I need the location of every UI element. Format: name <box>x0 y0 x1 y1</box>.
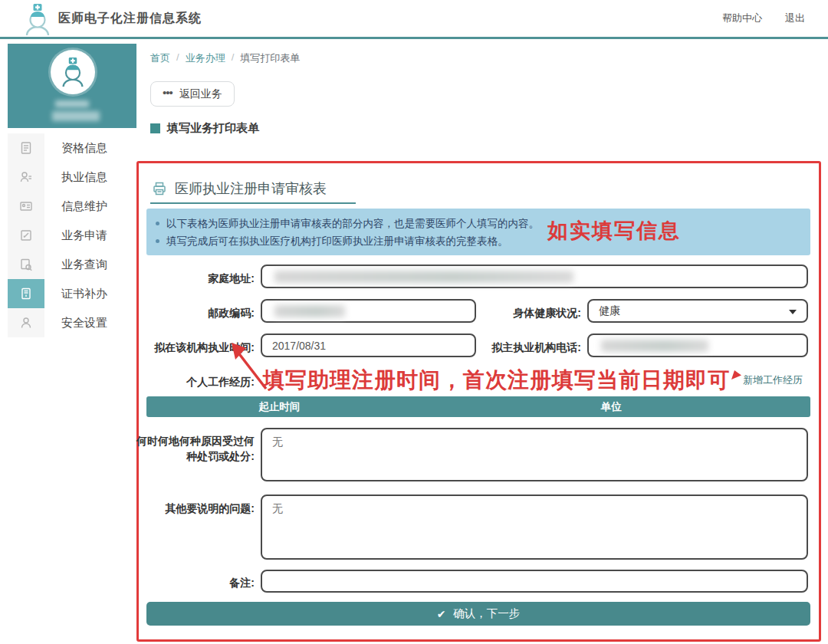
document-icon <box>19 141 33 155</box>
other-notes-label: 其他要说明的问题: <box>142 501 255 516</box>
remark-label: 备注: <box>142 575 255 590</box>
app-root: 医师电子化注册信息系统 帮助中心 退出 资格信息 执业信息 <box>0 0 828 644</box>
health-status-select[interactable]: 健康 <box>587 299 808 323</box>
search-doc-icon <box>19 258 33 271</box>
check-icon: ✔ <box>437 608 446 620</box>
section-square-icon <box>150 123 160 133</box>
app-logo-icon <box>21 2 54 36</box>
breadcrumb-home[interactable]: 首页 <box>150 51 170 65</box>
info-note: 以下表格为医师执业注册申请审核表的部分内容，也是需要医师个人填写的内容。 <box>166 217 539 231</box>
sidebar-item-label: 业务申请 <box>44 228 107 243</box>
chevron-down-icon <box>789 310 797 314</box>
practice-date-input[interactable] <box>261 334 476 357</box>
app-header: 医师电子化注册信息系统 帮助中心 退出 <box>0 0 828 37</box>
sidebar-item-certificate-reissue[interactable]: 证书补办 <box>8 279 136 308</box>
annotation-fill-truthfully: 如实填写信息 <box>547 217 681 245</box>
breadcrumb-separator: / <box>232 51 235 65</box>
org-phone-input[interactable] <box>587 334 808 357</box>
column-header-period: 起止时间 <box>146 400 412 414</box>
certificate-icon <box>19 287 33 301</box>
ellipsis-icon: ••• <box>163 87 172 98</box>
sidebar-item-label: 安全设置 <box>44 316 107 330</box>
health-status-label: 身体健康状况: <box>468 305 581 320</box>
return-business-button[interactable]: ••• 返回业务 <box>150 81 235 107</box>
health-status-value: 健康 <box>599 304 620 318</box>
home-address-input[interactable] <box>261 264 808 288</box>
postal-code-label: 邮政编码: <box>142 305 255 320</box>
breadcrumb-business[interactable]: 业务办理 <box>186 51 225 65</box>
home-address-label: 家庭地址: <box>142 271 255 286</box>
page-title: 填写业务打印表单 <box>150 121 259 136</box>
info-note: 填写完成后可在拟执业医疗机构打印医师执业注册申请审核表的完整表格。 <box>166 235 508 248</box>
help-center-link[interactable]: 帮助中心 <box>722 12 762 25</box>
form-title: 医师执业注册申请审核表 <box>175 179 327 198</box>
header-links: 帮助中心 退出 <box>722 12 805 25</box>
bullet-icon <box>156 222 159 225</box>
info-box: 以下表格为医师执业注册申请审核表的部分内容，也是需要医师个人填写的内容。 填写完… <box>146 209 810 255</box>
annotation-date-hint: 填写助理注册时间，首次注册填写当前日期即可 <box>263 366 730 395</box>
remark-input[interactable] <box>261 570 808 593</box>
sidebar-item-label: 资格信息 <box>44 141 107 156</box>
form-title-underline <box>150 202 356 204</box>
work-history-table-header: 起止时间 单位 <box>146 396 810 417</box>
app-title: 医师电子化注册信息系统 <box>58 11 202 27</box>
sidebar-item-qualification-info[interactable]: 资格信息 <box>8 133 136 163</box>
sidebar-item-label: 信息维护 <box>44 199 107 214</box>
postal-code-input[interactable] <box>261 299 476 323</box>
punishment-textarea[interactable]: 无 <box>261 428 808 481</box>
avatar <box>51 50 95 94</box>
sidebar-item-label: 执业信息 <box>44 170 107 185</box>
redacted-value <box>601 340 708 352</box>
sidebar-menu: 资格信息 执业信息 信息维护 业务申请 业务查询 证书补办 安全设置 <box>8 133 136 337</box>
sidebar-item-business-query[interactable]: 业务查询 <box>8 250 136 279</box>
other-notes-textarea[interactable]: 无 <box>261 495 808 560</box>
bullet-icon <box>156 239 159 243</box>
edit-form-icon <box>19 228 33 242</box>
breadcrumb-current: 填写打印表单 <box>240 51 300 65</box>
sidebar-item-practice-info[interactable]: 执业信息 <box>8 163 136 192</box>
form-title-row: 医师执业注册申请审核表 <box>152 179 327 198</box>
header-divider <box>0 37 828 39</box>
user-icon <box>19 316 33 330</box>
printer-icon <box>152 181 167 196</box>
annotation-arrow-tip-icon <box>731 370 742 383</box>
sidebar-item-label: 证书补办 <box>44 287 107 301</box>
breadcrumb-separator: / <box>176 51 179 65</box>
person-search-icon <box>19 170 33 184</box>
sidebar-item-security-settings[interactable]: 安全设置 <box>8 308 136 337</box>
logout-link[interactable]: 退出 <box>785 12 805 25</box>
profile-panel <box>8 44 136 128</box>
sidebar-item-business-application[interactable]: 业务申请 <box>8 221 136 250</box>
redacted-value <box>274 271 573 283</box>
sidebar-item-info-maintenance[interactable]: 信息维护 <box>8 192 136 221</box>
confirm-next-button[interactable]: ✔ 确认，下一步 <box>146 602 810 626</box>
annotation-arrow-icon <box>228 341 272 396</box>
user-name-redacted <box>55 100 89 107</box>
column-header-unit: 单位 <box>412 400 810 414</box>
add-work-history-link[interactable]: 新增工作经历 <box>743 373 803 387</box>
user-id-redacted <box>52 111 100 121</box>
breadcrumb: 首页 / 业务办理 / 填写打印表单 <box>150 51 300 65</box>
redacted-value <box>274 305 345 317</box>
punishment-label: 何时何地何种原因受过何种处罚或处分: <box>136 433 255 465</box>
id-card-icon <box>19 199 33 213</box>
org-phone-label: 拟主执业机构电话: <box>472 340 581 355</box>
sidebar-item-label: 业务查询 <box>44 258 107 272</box>
